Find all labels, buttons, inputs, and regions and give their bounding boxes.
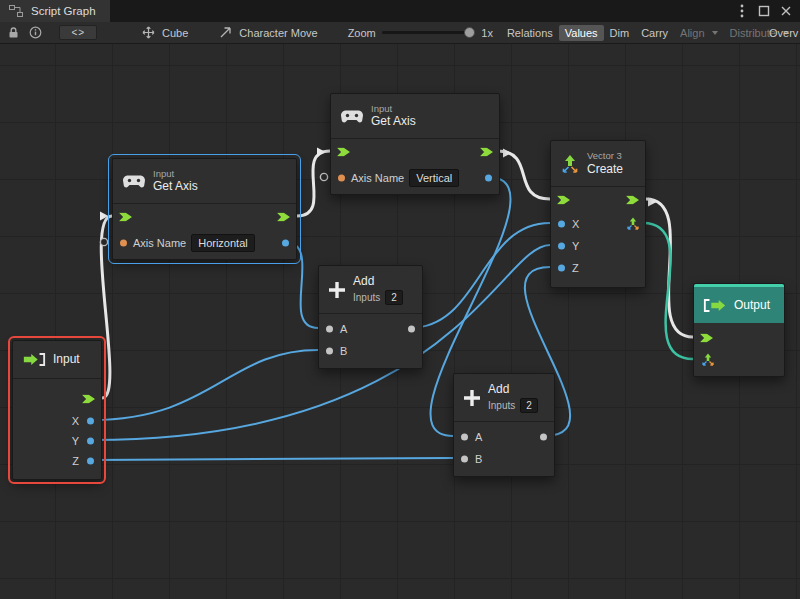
output-icon — [703, 298, 727, 313]
node-header: Vector 3 Create — [551, 141, 645, 186]
y-out-port[interactable] — [87, 438, 94, 445]
port-row-a: A — [319, 318, 422, 340]
flow-in-port[interactable] — [700, 333, 713, 344]
inputs-label: Inputs — [353, 292, 380, 303]
inputs-count-field[interactable]: 2 — [385, 290, 403, 305]
tab-label: Script Graph — [31, 5, 96, 17]
x-out-port[interactable] — [87, 418, 94, 425]
breadcrumb-character-move[interactable]: Character Move — [210, 23, 323, 43]
z-out-port[interactable] — [87, 458, 94, 465]
axis-name-field[interactable]: Vertical — [409, 169, 459, 187]
y-in-port[interactable] — [558, 243, 565, 250]
node-input[interactable]: Input X Y Z — [12, 340, 102, 480]
b-in-port[interactable] — [461, 456, 468, 463]
code-toggle[interactable]: <> — [59, 25, 97, 40]
port-label: Y — [72, 435, 79, 447]
align-label: Align — [680, 27, 704, 39]
b-in-port[interactable] — [326, 348, 333, 355]
port-row-b: B — [454, 448, 554, 470]
port-label: Axis Name — [133, 237, 186, 249]
flow-port-row — [113, 204, 296, 230]
node-title: Input — [53, 352, 80, 367]
port-label: A — [340, 323, 347, 335]
overview-button[interactable]: Overv — [763, 22, 800, 44]
port-label: X — [572, 218, 579, 230]
node-title: Get Axis — [153, 179, 198, 194]
gamepad-icon — [340, 109, 364, 124]
value-port-row: Axis Name Horizontal — [113, 230, 296, 256]
gamepad-icon — [122, 174, 146, 189]
flow-in-port[interactable] — [119, 212, 132, 223]
x-in-port[interactable] — [558, 221, 565, 228]
port-label: Z — [72, 455, 79, 467]
node-get-axis-horizontal[interactable]: Input Get Axis Axis Name Horizontal — [112, 158, 297, 260]
flow-out-port[interactable] — [480, 147, 493, 158]
relations-button[interactable]: Relations — [501, 25, 559, 41]
port-label: B — [340, 345, 347, 357]
node-output[interactable]: Output — [693, 283, 785, 377]
value-out-port[interactable] — [282, 240, 289, 247]
script-graph-icon — [7, 3, 25, 19]
flow-out-port[interactable] — [626, 195, 639, 206]
graph-toolbar: <> Cube Character Move Zoom 1x Relations… — [0, 22, 800, 44]
breadcrumb-graph-label: Character Move — [239, 27, 317, 39]
info-icon[interactable] — [27, 25, 43, 41]
string-in-port[interactable] — [338, 175, 345, 182]
node-add-1[interactable]: Add Inputs2 A B — [318, 265, 423, 369]
inputs-label: Inputs — [488, 400, 515, 411]
port-row-x: X — [13, 411, 101, 431]
node-header: Input Get Axis — [113, 159, 296, 203]
flow-out-port[interactable] — [82, 394, 95, 405]
flow-out-port[interactable] — [277, 212, 290, 223]
vector-in-port[interactable] — [701, 353, 715, 367]
sum-out-port[interactable] — [540, 434, 547, 441]
plus-icon — [463, 389, 481, 407]
a-in-port[interactable] — [326, 326, 333, 333]
flow-in-port[interactable] — [557, 195, 570, 206]
node-header: Add Inputs2 — [454, 374, 554, 421]
breadcrumb-cube-label: Cube — [162, 27, 188, 39]
port-label: Y — [572, 240, 579, 252]
a-in-port[interactable] — [461, 434, 468, 441]
close-icon[interactable] — [779, 4, 793, 18]
dim-button[interactable]: Dim — [604, 25, 636, 41]
node-get-axis-vertical[interactable]: Input Get Axis Axis Name Vertical — [330, 93, 500, 195]
sum-out-port[interactable] — [408, 326, 415, 333]
node-vector3-create[interactable]: Vector 3 Create X Y Z — [550, 140, 646, 288]
zoom-value: 1x — [481, 27, 493, 39]
node-title: Get Axis — [371, 114, 416, 129]
node-add-2[interactable]: Add Inputs2 A B — [453, 373, 555, 477]
vector3-icon — [560, 154, 580, 174]
inputs-count-field[interactable]: 2 — [520, 398, 538, 413]
flow-port-row — [331, 139, 499, 165]
port-label: B — [475, 453, 482, 465]
axis-name-field[interactable]: Horizontal — [191, 234, 255, 252]
string-in-port[interactable] — [120, 240, 127, 247]
align-button[interactable]: Align — [674, 25, 723, 41]
arrow-ne-icon — [216, 25, 234, 41]
zoom-slider[interactable] — [382, 31, 476, 34]
chevron-down-icon — [712, 31, 718, 35]
port-row-a: A — [454, 426, 554, 448]
node-title: Add — [353, 274, 403, 289]
tab-script-graph[interactable]: Script Graph — [0, 0, 110, 22]
vector-out-port[interactable] — [626, 217, 640, 231]
maximize-icon[interactable] — [757, 4, 771, 18]
node-header: Output — [694, 287, 784, 323]
lock-icon[interactable] — [5, 25, 21, 41]
flow-in-port[interactable] — [337, 147, 350, 158]
menu-kebab-icon[interactable] — [735, 4, 749, 18]
move-arrows-icon — [139, 25, 157, 41]
zoom-slider-knob[interactable] — [464, 27, 475, 38]
value-out-port[interactable] — [485, 175, 492, 182]
node-title: Add — [488, 382, 538, 397]
port-row-b: B — [319, 340, 422, 362]
breadcrumb-cube[interactable]: Cube — [133, 23, 194, 43]
zoom-label: Zoom — [348, 27, 376, 39]
port-label: Axis Name — [351, 172, 404, 184]
port-row-y: Y — [551, 235, 645, 257]
values-button[interactable]: Values — [559, 25, 604, 41]
z-in-port[interactable] — [558, 265, 565, 272]
carry-button[interactable]: Carry — [635, 25, 674, 41]
flow-port-row — [551, 187, 645, 213]
